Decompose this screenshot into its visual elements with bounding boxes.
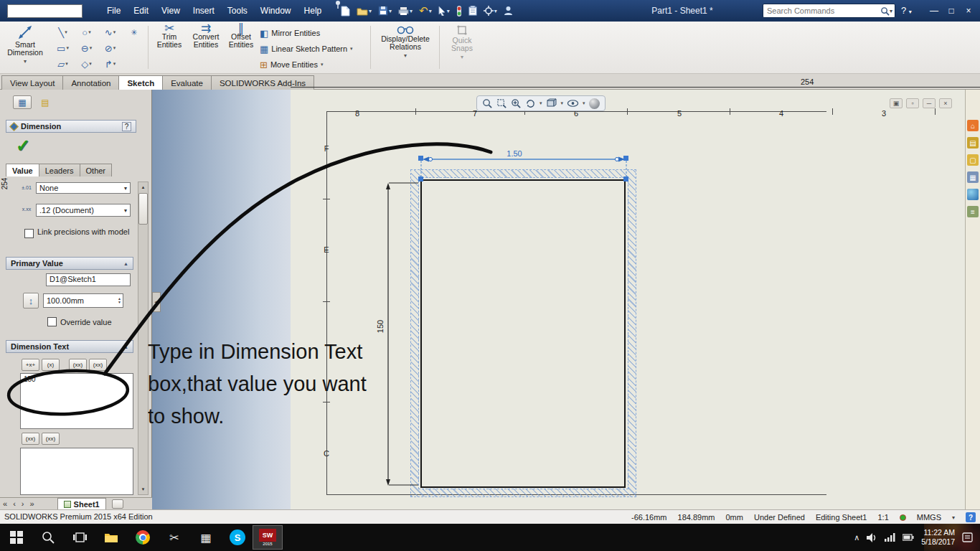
tab-leaders[interactable]: Leaders [39, 164, 80, 176]
rebuild-button[interactable] [454, 2, 464, 19]
linear-sketch-pattern-button[interactable]: ▦ Linear Sketch Pattern ▾ [260, 42, 353, 56]
move-entities-caret[interactable]: ▾ [321, 62, 324, 67]
options-button[interactable]: ▾ [481, 2, 499, 19]
dimension-text-header[interactable]: Dimension Text ▲ [6, 340, 133, 353]
doc-tile-icon[interactable]: ▫ [906, 98, 919, 108]
offset-entities-button[interactable]: ∥ Offset Entities [225, 24, 257, 49]
propertymanager-tab-button[interactable]: ▦ [13, 95, 32, 109]
configuration-tab-button[interactable]: ▤ [36, 95, 55, 109]
solidworks-taskbar-button[interactable]: SW 2015 [253, 525, 283, 550]
trim-entities-button[interactable]: ✂ Trim Entities [152, 24, 187, 49]
network-icon[interactable] [885, 533, 895, 542]
snipping-tool-button[interactable]: ✂ [164, 527, 185, 547]
zoom-area-icon[interactable] [496, 98, 507, 109]
primary-value-header[interactable]: Primary Value ▲ [6, 257, 133, 270]
tab-annotation[interactable]: Annotation [62, 75, 119, 90]
menu-tools[interactable]: Tools [221, 0, 254, 22]
first-sheet-button[interactable]: « [0, 499, 10, 508]
doc-close-icon[interactable]: × [939, 98, 952, 108]
panel-scrollbar[interactable]: ▲ ▼ [138, 182, 149, 495]
top-dimension-label[interactable]: 1.50 [507, 149, 522, 158]
line-tool-button[interactable]: ╲▾ [52, 25, 74, 39]
hide-show-caret[interactable]: ▾ [583, 100, 585, 106]
menu-window[interactable]: Window [254, 0, 298, 22]
override-value-checkbox[interactable] [47, 317, 57, 326]
scroll-up-arrow[interactable]: ▲ [138, 182, 148, 192]
edit-appearance-icon[interactable] [589, 98, 600, 109]
tab-evaluate[interactable]: Evaluate [162, 75, 212, 90]
menu-help[interactable]: Help [298, 0, 329, 22]
minimize-button[interactable]: — [925, 0, 943, 22]
task-view-button[interactable] [69, 527, 90, 547]
tab-other[interactable]: Other [80, 164, 113, 176]
custom-properties-icon[interactable]: ≡ [967, 206, 979, 217]
dimension-name-field[interactable]: D1@Sketch1 [46, 273, 131, 286]
rectangle-tool-button[interactable]: ▭▾ [52, 41, 74, 55]
convert-entities-button[interactable]: ⇉ Convert Entities [188, 24, 224, 49]
remove-value-button[interactable]: (x) [42, 359, 60, 371]
ok-button[interactable]: ✓ [16, 136, 30, 156]
left-dimension-label[interactable]: 150 [376, 320, 385, 333]
menu-edit[interactable]: Edit [127, 0, 155, 22]
open-document-button[interactable]: ▾ [354, 2, 374, 19]
maximize-button[interactable]: □ [943, 0, 960, 22]
add-sheet-button[interactable] [112, 499, 123, 509]
polygon-tool-button[interactable]: ◇▾ [75, 57, 98, 71]
calculator-button[interactable]: ▦ [195, 527, 217, 547]
value-spinner[interactable]: ▲▼ [118, 297, 121, 304]
close-button[interactable]: × [960, 0, 977, 22]
print-button[interactable]: ▾ [396, 2, 415, 19]
smart-dimension-caret[interactable]: ▾ [24, 57, 27, 65]
previous-sheet-button[interactable]: ‹ [10, 499, 19, 508]
menu-insert[interactable]: Insert [187, 0, 221, 22]
units-label[interactable]: MMGS [917, 513, 941, 522]
sheet1-tab[interactable]: Sheet1 [57, 498, 106, 509]
mirror-entities-button[interactable]: ◧ Mirror Entities [260, 26, 320, 40]
graphics-area[interactable]: ◀ 8 7 6 5 4 3 F E C [152, 90, 980, 509]
zoom-fit-icon[interactable] [482, 98, 493, 109]
appearances-icon[interactable] [967, 189, 979, 200]
view-palette-icon[interactable]: ▦ [967, 171, 979, 183]
text-symbol-button-2[interactable]: (xx) [42, 433, 60, 445]
link-precisions-checkbox[interactable] [24, 229, 34, 238]
precision-dropdown[interactable]: .12 (Document)▾ [36, 204, 131, 217]
last-sheet-button[interactable]: » [27, 499, 37, 508]
value-icon-button[interactable]: ↕ [23, 293, 39, 309]
scroll-down-arrow[interactable]: ▼ [138, 484, 148, 494]
dimension-text-collapse-icon[interactable]: ▲ [123, 344, 128, 349]
resources-home-icon[interactable]: ⌂ [967, 120, 979, 131]
tab-sketch[interactable]: Sketch [118, 75, 163, 90]
tab-value[interactable]: Value [6, 164, 39, 176]
tab-view-layout[interactable]: View Layout [1, 75, 63, 90]
display-style-caret[interactable]: ▾ [561, 100, 564, 106]
menu-file[interactable]: File [100, 0, 127, 22]
smart-dimension-button[interactable]: Smart Dimension ▾ [4, 24, 46, 65]
search-commands-box[interactable]: ▾ [763, 4, 895, 18]
scrollbar-thumb[interactable] [138, 193, 148, 225]
view-orientation-caret[interactable]: ▾ [540, 100, 542, 106]
user-account-button[interactable] [501, 2, 515, 19]
doc-cascade-icon[interactable]: ▣ [890, 98, 903, 108]
tolerance-type-dropdown[interactable]: None▾ [36, 182, 131, 194]
text-symbol-button-1[interactable]: (xx) [22, 433, 39, 445]
fillet-tool-button[interactable]: ↱▾ [99, 57, 121, 71]
taskbar-clock[interactable]: 11:22 AM 5/18/2017 [921, 528, 955, 547]
file-explorer-pane-icon[interactable]: ▢ [967, 154, 979, 166]
panel-help-icon[interactable]: ? [122, 122, 131, 131]
parallelogram-tool-button[interactable]: ▱▾ [52, 57, 74, 71]
volume-icon[interactable] [867, 533, 877, 542]
chrome-button[interactable] [132, 527, 154, 547]
tab-solidworks-addins[interactable]: SOLIDWORKS Add-Ins [211, 75, 314, 90]
hide-show-items-icon[interactable] [567, 99, 579, 108]
save-button[interactable]: ▾ [376, 2, 394, 19]
file-properties-button[interactable] [466, 2, 479, 19]
undo-button[interactable]: ↶ ▾ [417, 2, 434, 19]
display-style-icon[interactable] [546, 98, 557, 108]
doc-minimize-icon[interactable]: ─ [923, 98, 936, 108]
spline-tool-button[interactable]: ∿▾ [99, 25, 121, 39]
display-delete-relations-button[interactable]: Display/Delete Relations ▾ [374, 24, 436, 60]
select-button[interactable]: ▾ [436, 2, 452, 19]
zoom-in-out-icon[interactable] [511, 98, 522, 109]
linear-pattern-caret[interactable]: ▾ [350, 46, 353, 52]
start-button[interactable] [6, 527, 27, 547]
